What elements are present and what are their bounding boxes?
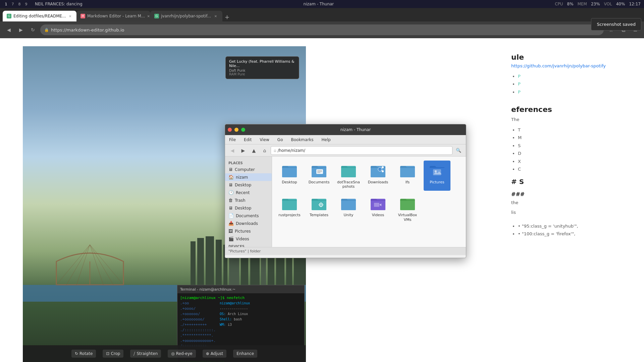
menu-go[interactable]: Go [276, 137, 284, 143]
videos-folder-icon [370, 195, 386, 212]
sidebar-item-desktop2[interactable]: 🖥 Desktop [225, 204, 272, 212]
song-title: NEIL FRANCES: dancing [35, 2, 83, 6]
thunar-search-button[interactable]: 🔍 [454, 146, 463, 155]
thunar-body: Places 🖥 Computer 🏠 nizam 🖥 Desktop 🕐 Re… [225, 157, 466, 247]
svg-rect-3 [206, 236, 214, 285]
sidebar-item-trash[interactable]: 🗑 Trash [225, 196, 272, 204]
thunar-files: Desktop Documents [272, 157, 466, 247]
file-desktop[interactable]: Desktop [276, 161, 303, 191]
address-text: https://markdown-editor.github.io [51, 27, 124, 33]
file-pictures[interactable]: Pictures [424, 161, 450, 191]
svg-rect-4 [216, 240, 222, 285]
trash-icon: 🗑 [228, 198, 233, 203]
workspace-1[interactable]: 1 [3, 1, 9, 7]
straighten-tool[interactable]: ⧸ Straighten [130, 350, 161, 358]
ref-d: D [518, 149, 636, 157]
documents-icon: 📄 [228, 213, 234, 218]
file-downloads[interactable]: Downloads [365, 161, 391, 191]
file-unity[interactable]: Unity [335, 193, 362, 224]
github-link[interactable]: https://github.com/jvanrhijn/polybar-spo… [511, 63, 606, 68]
virtualboxvms-label: VirtualBox VMs [395, 213, 420, 222]
desktop2-icon: 🖥 [228, 205, 233, 210]
back-button[interactable]: ◀ [4, 25, 13, 35]
thunar-back-button[interactable]: ◀ [228, 146, 237, 155]
thunar-maximize-button[interactable] [241, 128, 245, 132]
the-text: the [511, 199, 636, 206]
menu-file[interactable]: File [228, 137, 237, 143]
thunar-home-button[interactable]: ⌂ [260, 146, 269, 155]
sidebar-item-downloads[interactable]: 📥 Downloads [225, 220, 272, 227]
sidebar-item-nizam[interactable]: 🏠 nizam [225, 173, 272, 181]
sidebar-item-desktop[interactable]: 🖥 Desktop [225, 181, 272, 189]
sidebar-desktop2-label: Desktop [235, 206, 252, 210]
sidebar-item-documents[interactable]: 📄 Documents [225, 212, 272, 220]
file-dottracesnapshots[interactable]: dotTraceSnapshots [335, 161, 362, 191]
file-templates[interactable]: Templates [306, 193, 332, 224]
rotate-tool[interactable]: ↻ Rotate [71, 350, 96, 358]
menu-view[interactable]: View [258, 137, 270, 143]
file-videos[interactable]: Videos [365, 193, 391, 224]
browser-tab-1[interactable]: G Editing dotfiles/README... ✕ [3, 11, 76, 21]
file-lfs[interactable]: lfs [394, 161, 421, 191]
workspace-7[interactable]: 7 [10, 1, 15, 7]
music-notification: Get Lucky (feat. Pharrell Williams & Nil… [225, 56, 299, 79]
thunar-path-bar[interactable]: ⌂ /home/nizam/ [271, 146, 452, 155]
enhance-tool[interactable]: Enhance [233, 350, 257, 358]
address-box[interactable]: 🔒 https://markdown-editor.github.io [40, 24, 604, 35]
path-home-icon: ⌂ [274, 148, 276, 153]
thunar-minimize-button[interactable] [234, 128, 238, 132]
workspace-8[interactable]: 8 [17, 1, 22, 7]
status-text: "Pictures" | folder [228, 249, 261, 253]
screenshot-notification: Screenshot saved [591, 18, 641, 31]
clock: 12:17 [629, 2, 641, 6]
workspace-9[interactable]: 9 [23, 1, 29, 7]
svg-rect-23 [282, 168, 297, 177]
thunar-close-button[interactable] [228, 128, 232, 132]
crop-tool[interactable]: ⊡ Crop [103, 350, 123, 358]
reload-button[interactable]: ↻ [28, 25, 38, 35]
templates-label: Templates [310, 213, 328, 217]
sidebar-item-recent[interactable]: 🕐 Recent [225, 189, 272, 196]
terminal-title: Terminal - nizam@archlinux:~ [180, 287, 235, 292]
photo-toolbar: ↻ Rotate ⊡ Crop ⧸ Straighten ◎ Red-eye ⊕ [23, 345, 306, 362]
sidebar-item-computer[interactable]: 🖥 Computer [225, 166, 272, 173]
menu-help[interactable]: Help [320, 137, 332, 143]
svg-point-34 [378, 167, 382, 171]
topbar-center: nizam - Thunar [304, 2, 334, 6]
file-documents[interactable]: Documents [306, 161, 332, 191]
tab-close-1[interactable]: ✕ [68, 13, 72, 19]
ref-item-2: P [518, 80, 636, 88]
mem-value: 23% [591, 2, 600, 6]
sidebar-documents-label: Documents [236, 214, 259, 218]
sidebar-item-videos[interactable]: 🎬 Videos [225, 235, 272, 243]
thunar-path: /home/nizam/ [278, 148, 305, 153]
sidebar-item-pictures[interactable]: 🖼 Pictures [225, 227, 272, 235]
class-item-spotify: • "95:class_g = 'unityhub'", [518, 222, 636, 230]
documents-label: Documents [309, 180, 330, 184]
thunar-forward-button[interactable]: ▶ [238, 146, 248, 155]
vol-value: 40% [616, 2, 625, 6]
menu-bookmarks[interactable]: Bookmarks [289, 137, 315, 143]
browser-tab-3[interactable]: G jvanrhijn/polybar-spotif... ✕ [150, 11, 222, 21]
svg-rect-1 [191, 241, 196, 285]
spacer [511, 99, 636, 105]
ref-item-3: P [518, 88, 636, 96]
workspaces: 1 7 8 9 [3, 1, 29, 7]
thunar-statusbar: "Pictures" | folder [225, 247, 466, 255]
file-rustprojects[interactable]: rustprojects [276, 193, 303, 224]
thunar-up-button[interactable]: ▲ [249, 146, 259, 155]
file-virtualboxvms[interactable]: VirtualBox VMs [394, 193, 421, 224]
sidebar-downloads-label: Downloads [236, 221, 258, 226]
new-tab-button[interactable]: + [222, 12, 232, 21]
browser-tab-2[interactable]: M Markdown Editor - Learn M... ✕ [76, 11, 150, 21]
menu-edit[interactable]: Edit [243, 137, 253, 143]
svg-rect-56 [341, 201, 356, 210]
forward-button[interactable]: ▶ [16, 25, 25, 35]
tab-close-3[interactable]: ✕ [213, 13, 218, 19]
thunar-titlebar: nizam - Thunar [225, 124, 466, 135]
tab-favicon-1: G [7, 14, 11, 18]
adjust-tool[interactable]: ⊕ Adjust [203, 350, 227, 358]
redeye-tool[interactable]: ◎ Red-eye [168, 350, 196, 358]
sidebar-videos-label: Videos [236, 237, 249, 241]
tab-close-2[interactable]: ✕ [147, 13, 150, 19]
